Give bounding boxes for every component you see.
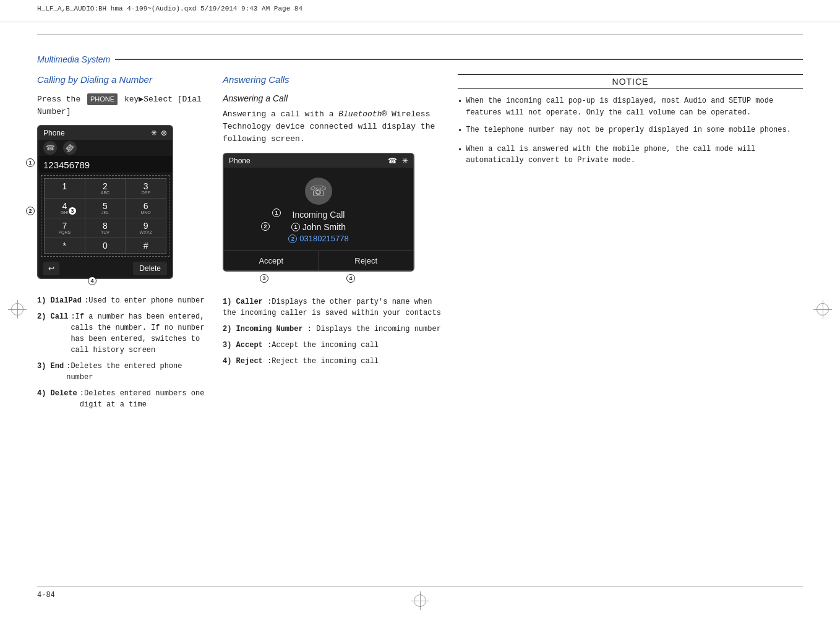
notice-text-3: When a call is answered with the mobile … (466, 144, 803, 166)
back-btn: ↩ (43, 262, 59, 275)
left-column: Calling by Dialing a Number Press the PH… (37, 74, 210, 415)
ps-dialpad-wrapper: 1 2ABC 3DEF 4GHI 5JKL 6MNO 7PQRS 8TUV 9W… (41, 175, 169, 257)
annot-3-left: 3 (68, 205, 77, 215)
key-star: * (45, 238, 85, 253)
ps-left-title: Phone (43, 129, 65, 137)
left-item-2: 2) Call :If a number has been entered, c… (37, 311, 210, 356)
bottom-rule (37, 586, 803, 587)
left-item-3: 3) End :Deletes the entered phone number (37, 361, 210, 383)
left-item-1: 1) DialPad :Used to enter phone number (37, 295, 210, 306)
annot-4-left: 4 (88, 275, 96, 285)
notice-text-2: The telephone number may not be properly… (466, 124, 791, 136)
psm-accept-btn[interactable]: Accept (224, 251, 319, 270)
phone-screen-left-wrapper: 1 2 3 4 Phone ✳ ⊛ (37, 125, 173, 288)
psm-reject-btn[interactable]: Reject (319, 251, 414, 270)
key-9: 9WXYZ (126, 218, 166, 238)
notice-title: NOTICE (458, 74, 803, 89)
psm-caller-row: 1 John Smith (224, 222, 413, 232)
left-intro: Press the PHONE key▶Select [Dial Number] (37, 93, 210, 118)
annot-3-mid: 3 (260, 273, 268, 283)
psm-icon-area: ☏ (224, 168, 413, 210)
section-header: Multimedia System (37, 54, 803, 64)
key-3: 3DEF (126, 179, 166, 198)
section-title: Multimedia System (37, 54, 110, 64)
phone-badge: PHONE (87, 93, 118, 105)
key-5: 5JKL (85, 199, 126, 218)
reject-label: Reject (354, 256, 377, 265)
psm-number-row: 2 03180215778 (224, 234, 413, 243)
psm-annot-1: 1 (291, 223, 300, 231)
bullet-dot-3: • (458, 145, 462, 157)
psm-icons: ☎ ✳ (388, 157, 408, 165)
bluetooth-icon: ✳ (151, 129, 157, 137)
header-file-info: H_LF_A,B_AUDIO:BH hma 4-109~(Audio).qxd … (37, 5, 302, 12)
notice-item-2: • The telephone number may not be proper… (458, 124, 803, 137)
notice-list: • When the incoming call pop-up is displ… (458, 95, 803, 166)
psm-title: Phone (229, 157, 251, 165)
psm-annot-2: 2 (288, 234, 297, 243)
mid-bullet-list: 1) Caller :Displays the other party's na… (223, 296, 445, 367)
key-6: 6MNO (126, 199, 166, 218)
mid-item-3: 3) Accept :Accept the incoming call (223, 340, 445, 351)
psm-incoming-label: Incoming Call (224, 210, 413, 220)
header-bar: H_LF_A,B_AUDIO:BH hma 4-109~(Audio).qxd … (0, 0, 840, 22)
notice-item-1: • When the incoming call pop-up is displ… (458, 95, 803, 118)
signal-icon: ⊛ (161, 129, 167, 137)
mid-subtitle: Answering a Call (223, 93, 445, 103)
psm-actions: Accept Reject (224, 251, 413, 270)
psm-call-ring-icon: ☏ (305, 178, 332, 205)
key-0: 0 (85, 238, 126, 253)
notice-item-3: • When a call is answered with the mobil… (458, 144, 803, 166)
page-number: 4-84 (37, 591, 55, 599)
top-rule (37, 34, 803, 35)
key-2: 2ABC (85, 179, 126, 198)
mid-intro: Answering a call with a Bluetooth® Wirel… (223, 108, 445, 145)
key-4: 4GHI (45, 199, 85, 218)
ps-left-icons: ✳ ⊛ (151, 129, 167, 137)
annot-2-left: 2 (26, 205, 35, 215)
reg-mark-bottom (414, 594, 426, 607)
key-7: 7PQRS (45, 218, 85, 238)
bullet-dot-1: • (458, 97, 462, 108)
left-bullet-list: 1) DialPad :Used to enter phone number 2… (37, 295, 210, 410)
notice-text-1: When the incoming call pop-up is display… (466, 95, 803, 118)
key-hash: # (126, 238, 166, 253)
mid-column: Answering Calls Answering a Call Answeri… (223, 74, 445, 372)
end-icon: ☎ (60, 138, 79, 157)
mid-item-2: 2) Incoming Number : Displays the incomi… (223, 324, 445, 335)
ps-bottom-row: ↩ Delete (38, 259, 172, 278)
annot-4-mid: 4 (346, 273, 355, 283)
call-symbol: ☎ (388, 157, 397, 165)
annot-1-mid: 1 (272, 207, 281, 217)
phone-screen-mid: Phone ☎ ✳ ☏ Incoming Call 1 John Smith 2… (223, 153, 414, 272)
ps-dialpad: 1 2ABC 3DEF 4GHI 5JKL 6MNO 7PQRS 8TUV 9W… (44, 178, 166, 254)
phone-screen-mid-wrapper: 1 2 3 4 Phone ☎ ✳ (223, 153, 414, 280)
left-item-4: 4) Delete :Deletes entered numbers one d… (37, 388, 210, 410)
content-area: Calling by Dialing a Number Press the PH… (37, 74, 803, 581)
psm-caller-name: John Smith (302, 222, 346, 232)
reg-mark-right (816, 303, 829, 315)
psm-caller-number: 03180215778 (299, 234, 349, 243)
annot-1-left: 1 (26, 157, 35, 167)
mid-item-1: 1) Caller :Displays the other party's na… (223, 296, 445, 319)
mid-col-title: Answering Calls (223, 74, 445, 85)
psm-header: Phone ☎ ✳ (224, 154, 413, 168)
phone-screen-left: Phone ✳ ⊛ ☎ ☎ 123456789 1 2ABC 3DEF (37, 125, 173, 279)
reg-mark-left (11, 303, 24, 315)
annot-2-mid: 2 (261, 221, 270, 231)
bullet-dot-2: • (458, 126, 462, 137)
delete-btn: Delete (133, 262, 167, 275)
bluetooth-symbol: ✳ (402, 157, 408, 165)
left-col-title: Calling by Dialing a Number (37, 74, 210, 85)
section-title-underline (115, 59, 803, 60)
ps-left-header: Phone ✳ ⊛ (38, 126, 172, 140)
mid-item-4: 4) Reject :Reject the incoming call (223, 356, 445, 367)
key-8: 8TUV (85, 218, 126, 238)
accept-label: Accept (259, 256, 283, 265)
call-icon: ☎ (43, 141, 57, 155)
right-column: NOTICE • When the incoming call pop-up i… (458, 74, 803, 173)
ps-number-display: 123456789 (38, 156, 172, 173)
key-1: 1 (45, 179, 85, 198)
ps-call-icons: ☎ ☎ (38, 140, 172, 156)
